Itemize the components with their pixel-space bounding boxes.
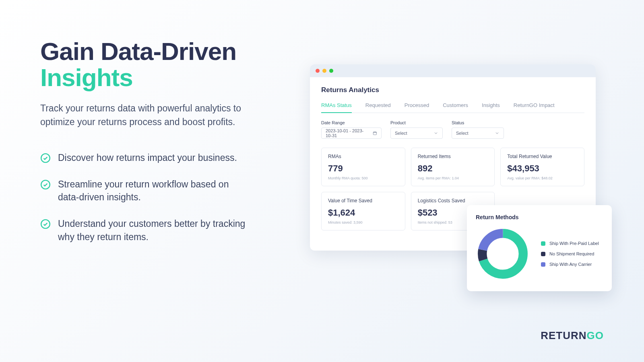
hero-title-line1: Gain Data-Driven <box>40 37 236 65</box>
legend-item: No Shipment Required <box>541 251 599 256</box>
tab-returngo-impact[interactable]: ReturnGO Impact <box>514 102 555 113</box>
card-label: Logistics Costs Saved <box>418 198 488 204</box>
bullet-text: Streamline your return workflow based on… <box>58 178 250 204</box>
card-label: Value of Time Saved <box>328 198 398 204</box>
tab-insights[interactable]: Insights <box>482 102 500 113</box>
hero-title: Gain Data-Driven Insights <box>40 38 250 90</box>
bullet-text: Understand your customers better by trac… <box>58 217 250 243</box>
legend-label: No Shipment Required <box>549 251 594 256</box>
card-sub: Avg. items per RMA: 1.04 <box>418 176 488 180</box>
product-label: Product <box>390 120 443 125</box>
hero-bullets: Discover how returns impact your busines… <box>40 151 250 243</box>
window-maximize-dot[interactable] <box>329 69 333 73</box>
bullet-item: Streamline your return workflow based on… <box>40 178 250 204</box>
legend-item: Ship With Any Carrier <box>541 262 599 267</box>
svg-rect-3 <box>374 132 377 135</box>
product-select[interactable]: Select <box>390 128 443 139</box>
card-value: 892 <box>418 163 488 174</box>
card-sub: Avg. value per RMA: $48.02 <box>507 176 578 180</box>
date-range-label: Date Range <box>321 120 382 125</box>
bullet-item: Discover how returns impact your busines… <box>40 151 250 164</box>
card-value: $1,624 <box>328 208 398 218</box>
status-select[interactable]: Select <box>452 128 504 139</box>
legend-swatch <box>541 241 545 246</box>
tabs: RMAs Status Requested Processed Customer… <box>321 102 584 113</box>
svg-point-6 <box>482 233 523 274</box>
return-methods-panel: Return Methods Ship With Pre-Paid Label … <box>467 205 612 291</box>
hero-subtitle: Track your returns data with powerful an… <box>40 102 250 129</box>
card-sub: Minutes saved: 3,590 <box>328 220 398 224</box>
check-circle-icon <box>40 153 51 163</box>
date-range-picker[interactable]: 2023-10-01 - 2023-10-31 <box>321 128 382 139</box>
return-methods-donut-chart <box>476 227 530 281</box>
check-circle-icon <box>40 219 51 229</box>
bullet-item: Understand your customers better by trac… <box>40 217 250 243</box>
chevron-down-icon <box>433 131 438 136</box>
filters-row: Date Range 2023-10-01 - 2023-10-31 Produ… <box>321 120 584 139</box>
legend-item: Ship With Pre-Paid Label <box>541 241 599 246</box>
hero-title-line2: Insights <box>40 64 133 91</box>
brand-part1: RETURN <box>541 329 586 341</box>
return-methods-title: Return Methods <box>476 214 603 220</box>
status-label: Status <box>452 120 504 125</box>
card-sub: Monthly RMA quota: 500 <box>328 176 398 180</box>
stat-card-total-returned-value: Total Returned Value $43,953 Avg. value … <box>500 148 584 186</box>
check-circle-icon <box>40 179 51 190</box>
legend-label: Ship With Pre-Paid Label <box>549 241 599 246</box>
card-value: $43,953 <box>507 163 578 174</box>
window-minimize-dot[interactable] <box>322 69 326 73</box>
card-label: Total Returned Value <box>507 154 578 159</box>
brand-part2: GO <box>587 329 604 341</box>
tab-customers[interactable]: Customers <box>443 102 468 113</box>
legend-swatch <box>541 252 545 256</box>
tab-processed[interactable]: Processed <box>405 102 429 113</box>
date-range-value: 2023-10-01 - 2023-10-31 <box>326 128 369 138</box>
card-label: Returned Items <box>418 154 488 159</box>
tab-requested[interactable]: Requested <box>365 102 391 113</box>
return-methods-legend: Ship With Pre-Paid Label No Shipment Req… <box>541 241 599 267</box>
stat-card-returned-items: Returned Items 892 Avg. items per RMA: 1… <box>411 148 495 186</box>
window-chrome <box>310 64 596 77</box>
page-title: Returns Analytics <box>321 86 584 94</box>
tab-rmas-status[interactable]: RMAs Status <box>321 102 352 113</box>
calendar-icon <box>373 131 377 136</box>
legend-label: Ship With Any Carrier <box>549 262 592 267</box>
brand-logo: RETURNGO <box>541 329 604 342</box>
status-value: Select <box>456 131 469 136</box>
stat-card-rmas: RMAs 779 Monthly RMA quota: 500 <box>321 148 405 186</box>
window-close-dot[interactable] <box>316 69 320 73</box>
legend-swatch <box>541 262 545 267</box>
bullet-text: Discover how returns impact your busines… <box>58 151 237 164</box>
product-value: Select <box>395 131 407 136</box>
card-label: RMAs <box>328 154 398 159</box>
stat-card-time-saved: Value of Time Saved $1,624 Minutes saved… <box>321 192 405 230</box>
chevron-down-icon <box>495 131 500 136</box>
card-value: 779 <box>328 163 398 174</box>
